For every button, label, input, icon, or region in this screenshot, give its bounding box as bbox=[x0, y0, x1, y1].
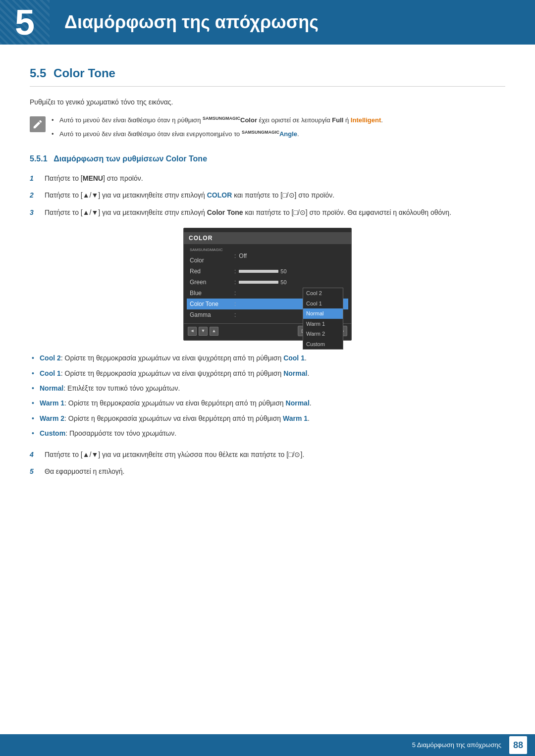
menu-row-blue: Blue : Cool 2 Cool 1 Normal Warm 1 Warm … bbox=[187, 288, 348, 299]
page-header: 5 Διαμόρφωση της απόχρωσης bbox=[0, 0, 535, 45]
note-block: Αυτό το μενού δεν είναι διαθέσιμο όταν η… bbox=[30, 115, 505, 143]
menu-row-green: Green : 50 bbox=[187, 277, 348, 288]
step-4: 4 Πατήστε το [▲/▼] για να μετακινηθείτε … bbox=[30, 449, 505, 460]
page-footer: 5 Διαμόρφωση της απόχρωσης 88 bbox=[0, 734, 535, 756]
option-cool2: Cool 2 bbox=[303, 288, 343, 299]
step-3: 3 Πατήστε το [▲/▼] για να μετακινηθείτε … bbox=[30, 207, 505, 218]
step-2: 2 Πατήστε το [▲/▼] για να μετακινηθείτε … bbox=[30, 190, 505, 201]
chapter-title: Διαμόρφωση της απόχρωσης bbox=[64, 9, 319, 36]
note-list: Αυτό το μενού δεν είναι διαθέσιμο όταν η… bbox=[52, 115, 383, 143]
menu-label-green: Green bbox=[190, 278, 234, 287]
menu-bar-green: 50 bbox=[239, 278, 286, 287]
option-warm1: Warm 1 bbox=[303, 319, 343, 329]
section-number: 5.5 bbox=[30, 66, 46, 80]
step-num-4: 4 bbox=[30, 449, 34, 460]
bullet-cool1: Cool 1: Ορίστε τη θερμοκρασία χρωμάτων ν… bbox=[30, 368, 505, 379]
bullet-list: Cool 2: Ορίστε τη θερμοκρασία χρωμάτων ν… bbox=[30, 353, 505, 439]
menu-value-magic: Off bbox=[239, 252, 345, 260]
option-cool1: Cool 1 bbox=[303, 299, 343, 309]
subsection-heading: 5.5.1 Διαμόρφωση των ρυθμίσεων Color Ton… bbox=[30, 153, 505, 165]
step-1: 1 Πατήστε το [MENU] στο προϊόν. bbox=[30, 173, 505, 184]
final-steps-list: 4 Πατήστε το [▲/▼] για να μετακινηθείτε … bbox=[30, 449, 505, 477]
bullet-normal: Normal: Επιλέξτε τον τυπικό τόνο χρωμάτω… bbox=[30, 383, 505, 394]
step-num-3: 3 bbox=[30, 207, 34, 218]
bullet-warm2: Warm 2: Ορίστε η θερμοκρασία χρωμάτων να… bbox=[30, 413, 505, 424]
menu-row-red: Red : 50 bbox=[187, 266, 348, 277]
option-normal: Normal bbox=[303, 308, 343, 319]
subsection-number: 5.5.1 bbox=[30, 154, 48, 163]
section-heading: 5.5 Color Tone bbox=[30, 64, 505, 87]
note-item-1: Αυτό το μενού δεν είναι διαθέσιμο όταν η… bbox=[52, 115, 383, 125]
note-item-2: Αυτό το μενού δεν είναι διαθέσιμο όταν ε… bbox=[52, 129, 383, 139]
footer-page-number: 88 bbox=[509, 736, 527, 754]
menu-rows: SAMSUNGMAGIC Color : Off Red : 50 Gree bbox=[184, 246, 351, 320]
chapter-num-block: 5 bbox=[0, 0, 50, 45]
menu-label-gamma: Gamma bbox=[190, 310, 234, 319]
step-num-1: 1 bbox=[30, 173, 34, 184]
main-content: 5.5 Color Tone Ρυθμίζει το γενικό χρωματ… bbox=[0, 64, 535, 477]
menu-label-blue: Blue bbox=[190, 289, 234, 298]
menu-label-magic: SAMSUNGMAGIC Color bbox=[190, 247, 234, 265]
arrow-up: ▲ bbox=[210, 327, 218, 336]
arrow-down: ▼ bbox=[199, 327, 208, 336]
step-num-2: 2 bbox=[30, 190, 34, 201]
step-5: 5 Θα εφαρμοστεί η επιλογή. bbox=[30, 466, 505, 477]
note-icon bbox=[30, 116, 46, 132]
menu-label-red: Red bbox=[190, 267, 234, 276]
dropdown-menu: Cool 2 Cool 1 Normal Warm 1 Warm 2 Custo… bbox=[303, 288, 343, 350]
red-bar bbox=[239, 270, 278, 273]
bullet-warm1: Warm 1: Ορίστε τη θερμοκρασία χρωμάτων ν… bbox=[30, 398, 505, 408]
menu-label-color-tone: Color Tone bbox=[190, 300, 234, 308]
section-title: Color Tone bbox=[54, 66, 115, 80]
nav-arrows: ◄ ▼ ▲ bbox=[188, 327, 218, 336]
steps-list: 1 Πατήστε το [MENU] στο προϊόν. 2 Πατήστ… bbox=[30, 173, 505, 218]
option-custom: Custom bbox=[303, 339, 343, 350]
menu-row-magic-color: SAMSUNGMAGIC Color : Off bbox=[187, 246, 348, 266]
arrow-left: ◄ bbox=[188, 327, 197, 336]
step-num-5: 5 bbox=[30, 466, 34, 477]
footer-text: 5 Διαμόρφωση της απόχρωσης bbox=[412, 740, 501, 750]
bullet-cool2: Cool 2: Ορίστε τη θερμοκρασία χρωμάτων ν… bbox=[30, 353, 505, 363]
menu-title-bar: COLOR bbox=[184, 232, 351, 244]
menu-image-container: COLOR SAMSUNGMAGIC Color : Off Red : 5 bbox=[30, 228, 505, 341]
body-text: Ρυθμίζει το γενικό χρωματικό τόνο της ει… bbox=[30, 97, 505, 107]
menu-bar-red: 50 bbox=[239, 267, 286, 276]
green-bar bbox=[239, 281, 278, 284]
pencil-icon bbox=[32, 119, 43, 130]
subsection-title: Διαμόρφωση των ρυθμίσεων Color Tone bbox=[54, 154, 207, 163]
bullet-custom: Custom: Προσαρμόστε τον τόνο χρωμάτων. bbox=[30, 428, 505, 439]
chapter-title-block: Διαμόρφωση της απόχρωσης bbox=[50, 0, 535, 45]
menu-image: COLOR SAMSUNGMAGIC Color : Off Red : 5 bbox=[183, 228, 352, 341]
option-warm2: Warm 2 bbox=[303, 329, 343, 339]
